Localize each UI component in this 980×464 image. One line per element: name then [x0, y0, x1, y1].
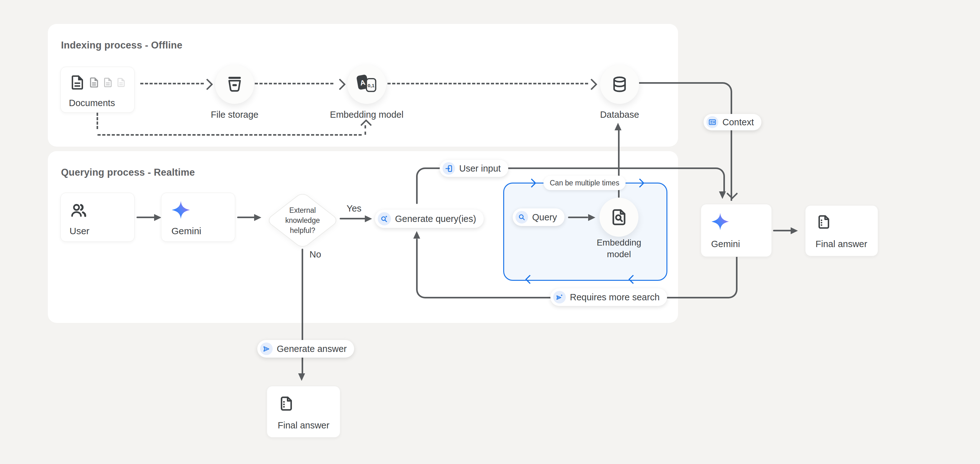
arrowhead: [588, 214, 595, 221]
arrow-embedding-to-database: [387, 83, 588, 85]
document-icon: [69, 74, 86, 91]
final-answer-label-right: Final answer: [816, 239, 867, 249]
query-pill: Query: [513, 208, 565, 226]
send-icon: [260, 343, 273, 355]
final-answer-node-bottom: Final answer: [267, 386, 340, 438]
generate-queries-label: Generate query(ies): [395, 214, 476, 224]
arrowhead: [154, 214, 161, 221]
gemini-output-label: Gemini: [711, 239, 740, 249]
arrow-user-to-gemini: [137, 217, 155, 218]
generate-queries-pill: Generate query(ies): [375, 210, 484, 228]
decision-text: External knowledge helpful?: [266, 205, 340, 236]
document-search-icon: [610, 208, 628, 226]
gemini-node: Gemini: [161, 193, 235, 242]
arrowhead: [365, 215, 372, 222]
database-label: Database: [573, 110, 667, 120]
file-storage-node: [215, 65, 254, 104]
final-document-icon: [816, 214, 832, 230]
indexing-title: Indexing process - Offline: [61, 40, 182, 51]
loop-note-label: Can be multiple times: [550, 179, 619, 187]
storage-bucket-icon: [226, 75, 244, 94]
user-input-connector: [416, 192, 418, 204]
documents-loop-line: [97, 134, 362, 136]
querying-title: Querying process - Realtime: [61, 167, 195, 178]
final-answer-label-bottom: Final answer: [278, 420, 329, 431]
final-answer-node-right: Final answer: [805, 205, 878, 256]
user-input-label: User input: [459, 163, 501, 174]
embedding-model-node: A 0,1: [347, 65, 386, 104]
yes-label: Yes: [347, 203, 361, 214]
user-label: User: [70, 226, 89, 236]
arrowhead-down: [298, 373, 305, 381]
send-spark-icon: [553, 291, 566, 303]
arrow-gemini-to-decision: [237, 217, 255, 218]
context-label: Context: [722, 117, 754, 128]
context-pill: Context: [703, 114, 761, 130]
requires-more-search-pill: Requires more search: [550, 289, 667, 306]
file-storage-label: File storage: [188, 110, 282, 120]
arrow-storage-to-embedding: [255, 83, 333, 85]
document-icon: [102, 77, 113, 88]
generate-answer-pill: Generate answer: [257, 340, 354, 357]
arrowhead: [254, 214, 261, 221]
arrowhead-up: [614, 123, 622, 130]
query-embedding-model-node: [600, 198, 638, 237]
arrow-documents-to-storage: [140, 83, 204, 85]
arrowhead: [791, 227, 798, 234]
final-document-icon: [278, 395, 295, 412]
arrow-gemini-to-final: [773, 230, 791, 231]
gemini-node-output: Gemini: [701, 204, 772, 257]
requires-more-search-label: Requires more search: [570, 292, 660, 303]
magnifier-icon: [515, 211, 528, 223]
documents-loop-line: [97, 113, 98, 129]
database-node: [600, 65, 639, 104]
input-icon: [442, 162, 455, 175]
database-icon: [611, 75, 629, 94]
embedding-model-label: Embedding model: [320, 110, 414, 120]
document-icon: [116, 77, 126, 88]
gemini-star-icon: [172, 201, 190, 219]
requires-more-search-connector: [416, 239, 418, 257]
document-icon: [88, 77, 100, 88]
document-stack-icon: [69, 74, 126, 91]
user-input-pill: User input: [440, 160, 508, 177]
user-node: User: [60, 193, 135, 242]
documents-label: Documents: [69, 98, 115, 108]
context-card-icon: [706, 116, 718, 128]
gemini-label: Gemini: [172, 226, 201, 236]
arrowhead-down: [719, 191, 726, 199]
gemini-star-icon: [711, 212, 729, 231]
svg-text:0,1: 0,1: [368, 83, 375, 88]
query-label: Query: [532, 212, 557, 223]
no-label: No: [309, 249, 321, 260]
search-spark-icon: [378, 212, 391, 225]
generate-answer-label: Generate answer: [277, 344, 347, 354]
arrow-decision-to-generate-queries: [340, 218, 366, 219]
token-embedding-icon: A 0,1: [355, 73, 379, 96]
arrow-query-to-embedding: [568, 217, 588, 218]
can-be-multiple-times-pill: Can be multiple times: [544, 175, 625, 190]
documents-node: Documents: [60, 67, 135, 113]
arrowhead-up: [413, 231, 420, 239]
users-icon: [70, 201, 88, 219]
query-embedding-model-label: Embedding model: [591, 237, 647, 260]
